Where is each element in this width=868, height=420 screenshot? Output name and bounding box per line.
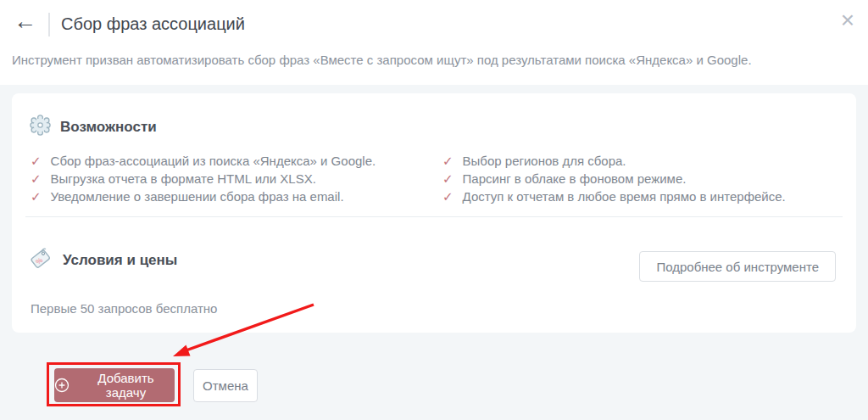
features-list: ✓Сбор фраз-ассоциаций из поиска «Яндекса…: [31, 152, 837, 205]
feature-item: ✓Выбор регионов для сбора.: [442, 152, 837, 170]
free-queries-note: Первые 50 запросов бесплатно: [31, 301, 217, 316]
tool-description: Инструмент призван автоматизировать сбор…: [12, 53, 851, 67]
feature-item: ✓Парсинг в облаке в фоновом режиме.: [442, 170, 837, 188]
feature-item: ✓Сбор фраз-ассоциаций из поиска «Яндекса…: [31, 152, 442, 170]
feature-text: Доступ к отчетам в любое время прямо в и…: [463, 188, 786, 205]
feature-item: ✓Доступ к отчетам в любое время прямо в …: [442, 188, 837, 205]
tool-details-button[interactable]: Подробнее об инструменте: [639, 251, 836, 282]
check-icon: ✓: [31, 152, 42, 170]
back-arrow-icon[interactable]: ←: [14, 10, 36, 33]
phrase-association-tool-dialog: ← Сбор фраз ассоциаций × Инструмент приз…: [0, 0, 868, 420]
feature-item: ✓Выгрузка отчета в формате HTML или XLSX…: [31, 170, 442, 188]
title-separator: [48, 13, 50, 36]
pricing-section-header: % Условия и цены: [25, 244, 177, 277]
feature-text: Выбор регионов для сбора.: [463, 152, 626, 170]
features-section-header: Возможности: [29, 114, 157, 140]
close-icon[interactable]: ×: [841, 8, 854, 32]
page-title: Сбор фраз ассоциаций: [61, 14, 245, 34]
feature-text: Выгрузка отчета в формате HTML или XLSX.: [51, 170, 316, 188]
check-icon: ✓: [31, 170, 42, 188]
feature-item: ✓Уведомление о завершении сбора фраз на …: [31, 188, 442, 205]
check-icon: ✓: [442, 188, 453, 205]
features-heading: Возможности: [60, 119, 157, 136]
cancel-button[interactable]: Отмена: [193, 369, 258, 402]
check-icon: ✓: [31, 188, 42, 205]
feature-text: Уведомление о завершении сбора фраз на e…: [51, 188, 344, 205]
plus-circle-icon: [54, 378, 70, 393]
add-task-button[interactable]: Добавить задачу: [54, 368, 175, 402]
features-column-right: ✓Выбор регионов для сбора. ✓Парсинг в об…: [442, 152, 837, 205]
check-icon: ✓: [442, 152, 453, 170]
tool-info-card: Возможности ✓Сбор фраз-ассоциаций из пои…: [12, 93, 856, 333]
card-section-divider: [25, 216, 843, 217]
pricing-heading: Условия и цены: [63, 252, 177, 269]
features-column-left: ✓Сбор фраз-ассоциаций из поиска «Яндекса…: [31, 152, 442, 205]
feature-text: Парсинг в облаке в фоновом режиме.: [463, 170, 687, 188]
price-tag-icon: %: [25, 244, 54, 277]
check-icon: ✓: [442, 170, 453, 188]
add-task-label: Добавить задачу: [77, 371, 175, 400]
feature-text: Сбор фраз-ассоциаций из поиска «Яндекса»…: [51, 152, 376, 170]
gear-icon: [29, 114, 52, 140]
